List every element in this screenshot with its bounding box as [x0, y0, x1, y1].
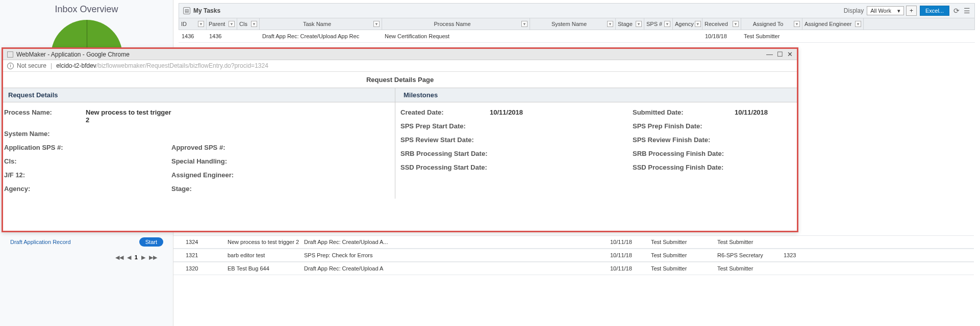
field-row: SPS Review Start Date:SPS Review Finish …: [400, 133, 796, 147]
field-value: 10/11/2018: [490, 108, 633, 116]
add-button[interactable]: +: [906, 6, 917, 16]
filter-icon[interactable]: ▼: [733, 21, 739, 27]
minimize-button[interactable]: —: [766, 50, 773, 58]
field-label: SPS Prep Start Date:: [400, 122, 490, 130]
filter-icon[interactable]: ▼: [229, 21, 235, 27]
field-label: SPS Review Finish Date:: [633, 136, 735, 144]
window-title: WebMaker - Application - Google Chrome: [16, 51, 130, 58]
col-id[interactable]: ID: [181, 21, 187, 27]
cell-process: Draft App Rec: Create/Upload A: [301, 262, 607, 275]
col-system[interactable]: System Name: [551, 21, 587, 27]
field-value: [86, 185, 171, 193]
field-label: Agency:: [4, 185, 86, 193]
field-row: SPS Prep Start Date:SPS Prep Finish Date…: [400, 119, 796, 133]
cell-task[interactable]: New process to test trigger 2: [224, 236, 301, 248]
cell-id: 1321: [173, 249, 204, 261]
cell-received: 10/18/18: [702, 30, 741, 42]
field-row: Application SPS #:Approved SPS #:: [4, 141, 394, 154]
field-value: [86, 171, 171, 179]
cell-assigned: Test Submitter: [648, 236, 714, 248]
filter-icon[interactable]: ▼: [607, 21, 613, 27]
field-label: Application SPS #:: [4, 144, 86, 151]
field-label: Cls:: [4, 157, 86, 165]
cell-end: [781, 236, 806, 248]
start-button[interactable]: Start: [139, 237, 163, 247]
cell-id: 1324: [173, 236, 204, 248]
panel-title: My Tasks: [193, 7, 844, 14]
cell-task[interactable]: Draft App Rec: Create/Upload App Rec: [259, 30, 382, 42]
field-value: [735, 136, 796, 144]
filter-icon[interactable]: ▼: [198, 21, 204, 27]
field-row: Cls:Special Handling:: [4, 154, 394, 168]
filter-icon[interactable]: ▼: [855, 21, 861, 27]
col-stage[interactable]: Stage: [618, 21, 633, 27]
field-row: SRB Processing Start Date:SRB Processing…: [400, 147, 796, 160]
filter-icon[interactable]: ▼: [664, 21, 670, 27]
page-next-icon[interactable]: ▶: [141, 254, 145, 260]
cell-parent: [204, 262, 224, 275]
menu-icon[interactable]: ☰: [964, 7, 970, 15]
info-icon[interactable]: i: [7, 63, 14, 69]
field-label: J/F 12:: [4, 171, 86, 179]
inbox-title: Inbox Overview: [0, 4, 173, 15]
filter-icon[interactable]: ▼: [794, 21, 800, 27]
page-last-icon[interactable]: ▶▶: [149, 254, 157, 260]
filter-icon[interactable]: ▼: [636, 21, 642, 27]
col-parent[interactable]: Parent: [209, 21, 225, 27]
cell-task[interactable]: EB Test Bug 644: [224, 262, 301, 275]
table-row[interactable]: 1324New process to test trigger 2Draft A…: [173, 235, 974, 249]
cell-engineer: R6-SPS Secretary: [714, 249, 781, 261]
col-cls[interactable]: Cls: [239, 21, 247, 27]
cell-sps: [644, 30, 672, 42]
milestones-header: Milestones: [395, 88, 797, 102]
display-label: Display: [844, 7, 864, 14]
field-value: [490, 136, 633, 144]
cell-parent: [204, 236, 224, 248]
field-label: Created Date:: [400, 108, 490, 116]
maximize-button[interactable]: ☐: [777, 50, 783, 58]
field-value: [490, 122, 633, 130]
cell-cls: [237, 30, 259, 42]
clipboard-icon: ▤: [183, 7, 190, 14]
table-row[interactable]: 1436 1436 Draft App Rec: Create/Upload A…: [179, 30, 975, 43]
excel-button[interactable]: Excel...: [920, 6, 949, 16]
filter-icon[interactable]: ▼: [373, 21, 380, 27]
field-label: SPS Review Start Date:: [400, 136, 490, 144]
display-select[interactable]: All Work: [867, 6, 904, 15]
page-prev-icon[interactable]: ◀: [127, 254, 131, 260]
cell-system: [530, 30, 615, 42]
table-row[interactable]: 1321barb editor testSPS Prep: Check for …: [173, 249, 974, 262]
address-bar: i Not secure | elcido-t2-bfdev/bizflowwe…: [3, 60, 797, 72]
field-value: [490, 164, 633, 171]
draft-application-link[interactable]: Draft Application Record: [10, 239, 71, 245]
refresh-icon[interactable]: ⟳: [953, 7, 960, 15]
field-row: Process Name:New process to test trigger…: [4, 105, 394, 127]
close-button[interactable]: ✕: [787, 50, 793, 58]
field-label: [171, 130, 253, 138]
col-received[interactable]: Received: [705, 21, 728, 27]
filter-icon[interactable]: ▼: [251, 21, 257, 27]
col-sps[interactable]: SPS #: [646, 21, 662, 27]
col-assigned[interactable]: Assigned To: [753, 21, 784, 27]
cell-received: 10/11/18: [607, 262, 648, 275]
filter-icon[interactable]: ▼: [695, 21, 701, 27]
field-value: [490, 150, 633, 157]
cell-process: Draft App Rec: Create/Upload A...: [301, 236, 607, 248]
popup-window: WebMaker - Application - Google Chrome —…: [2, 47, 798, 232]
page-first-icon[interactable]: ◀◀: [115, 254, 123, 260]
cell-parent: 1436: [206, 30, 237, 42]
field-value: [86, 144, 171, 151]
field-label: SPS Prep Finish Date:: [633, 122, 735, 130]
field-value: [86, 130, 171, 138]
col-engineer[interactable]: Assigned Engineer: [805, 21, 851, 27]
field-value: [86, 157, 171, 165]
col-process[interactable]: Process Name: [434, 21, 470, 27]
col-agency[interactable]: Agency: [675, 21, 694, 27]
table-row[interactable]: 1320EB Test Bug 644Draft App Rec: Create…: [173, 262, 974, 275]
cell-task[interactable]: barb editor test: [224, 249, 301, 261]
field-value: [735, 150, 796, 157]
field-row: Created Date:10/11/2018Submitted Date:10…: [400, 105, 796, 119]
cell-agency: [672, 30, 702, 42]
filter-icon[interactable]: ▼: [521, 21, 527, 27]
col-task[interactable]: Task Name: [303, 21, 331, 27]
